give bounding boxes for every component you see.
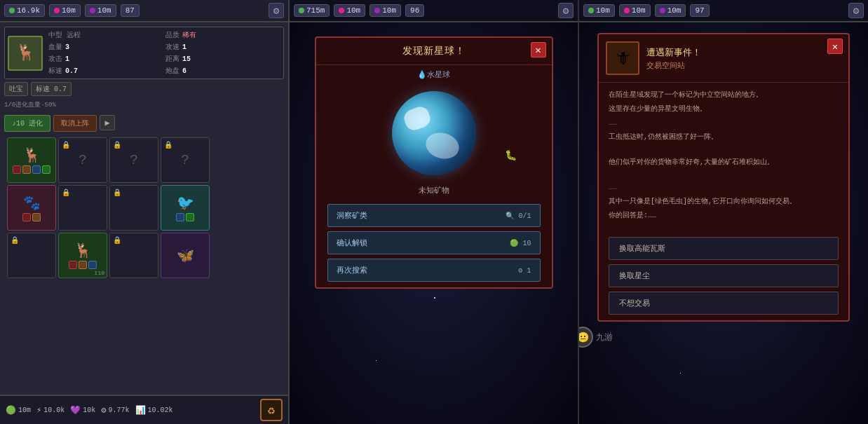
stat-atkspd: 攻速 1 (165, 42, 280, 52)
event-actions: 换取高能瓦斯 换取星尘 不想交易 (599, 231, 848, 320)
inv-slot-2-3[interactable]: 🔒 (109, 185, 158, 231)
right-top-bar: 10m 10m 10m 97 ⚙ (579, 0, 868, 22)
inventory-row-3: 🔒 🦌 I10 🔒 🦋 (7, 233, 281, 278)
inv-slot-2-1[interactable]: 🐾 (7, 185, 56, 231)
event-header: 🗡 遭遇新事件！ 交易空间站 (599, 34, 848, 83)
watermark-brand: 九游 (596, 331, 613, 343)
unit-detail: 🦌 中型 远程 品质 稀有 血量 3 攻速 1 (0, 22, 288, 395)
action-buttons: ♪10 进化 取消上阵 ▶ (4, 115, 284, 132)
content-area: 🦌 中型 远程 品质 稀有 血量 3 攻速 1 (0, 22, 288, 395)
inv-slot-1-3[interactable]: 🔒 ? (109, 137, 158, 183)
modal-close-button[interactable]: ✕ (531, 42, 546, 57)
mineral-label: 未知矿物 (316, 182, 552, 198)
watermark: 😐 九游 (579, 327, 861, 348)
left-panel: 16.9k 10m 10m 87 ⚙ 🦌 中型 远程 (0, 0, 290, 424)
right-stat-gold: 10m (583, 4, 615, 17)
mid-stat-energy: 10m (334, 4, 365, 17)
stat-drops: 炮盘 6 (165, 66, 280, 76)
evolve-button[interactable]: ♪10 进化 (4, 115, 50, 132)
modal-actions: 洞察矿类 🔍 0/1 确认解锁 🟢 10 再次搜索 ⚙ 1 (316, 198, 552, 287)
event-subtitle: 交易空间站 (646, 60, 701, 71)
arrow-button[interactable]: ▶ (100, 115, 115, 130)
inv-slot-2-2[interactable]: 🔒 (58, 185, 107, 231)
event-title: 遭遇新事件！ (646, 46, 701, 59)
stat-hp: 血量 3 (48, 42, 163, 52)
planet-creature: 🐛 (505, 149, 517, 161)
confirm-unlock-button[interactable]: 确认解锁 🟢 10 (327, 231, 541, 254)
event-modal: ✕ 🗡 遭遇新事件！ 交易空间站 在陌生星域发现了一个标记为中立空间站的地方。 … (597, 33, 850, 322)
trade-gas-button[interactable]: 换取高能瓦斯 (609, 237, 839, 260)
inventory-row-2: 🐾 🔒 🔒 🐦 (7, 185, 281, 231)
evolve-progress: 1/0进化血量·50% (4, 99, 284, 111)
event-icon: 🗡 (606, 41, 639, 75)
unit-stats-grid: 中型 远程 品质 稀有 血量 3 攻速 1 攻击 (48, 30, 280, 76)
recycle-button[interactable]: ♻ (260, 399, 283, 421)
inventory-row-1: 🦌 🔒 ? 🔒 ? (7, 137, 281, 183)
stat-move: 标速 0.7 (48, 66, 163, 76)
inv-slot-2-4[interactable]: 🐦 (161, 185, 210, 231)
inventory-area: 🦌 🔒 ? 🔒 ? (4, 135, 284, 281)
planet-visual (392, 91, 476, 175)
planet-container: 🐛 (316, 84, 552, 182)
inv-slot-3-4[interactable]: 🦋 (161, 233, 210, 278)
stat-range: 距离 15 (165, 54, 280, 64)
left-top-bar: 16.9k 10m 10m 87 ⚙ (0, 0, 288, 22)
unit-bottom: 吐宝 标速 0.7 (4, 82, 284, 96)
modal-title: 发现新星球！ (316, 38, 552, 65)
right-settings-button[interactable]: ⚙ (848, 3, 864, 18)
inv-slot-1-4[interactable]: 🔒 ? (161, 137, 210, 183)
bottom-stat-5: 📊10.02k (135, 405, 173, 416)
right-stat-gear: 97 (690, 4, 709, 17)
stat-gear: 87 (121, 4, 140, 17)
stat-gold: 16.9k (4, 4, 45, 17)
mid-settings-button[interactable]: ⚙ (558, 3, 574, 18)
stat-atk: 攻击 1 (48, 54, 163, 64)
explore-minerals-button[interactable]: 洞察矿类 🔍 0/1 (327, 204, 541, 227)
settings-button[interactable]: ⚙ (269, 3, 284, 18)
bottom-stat-1: 🟢10m (6, 405, 31, 416)
bottom-stat-2: ⚡10.0k (36, 405, 65, 416)
trade-stardust-button[interactable]: 换取星尘 (609, 264, 839, 287)
right-panel: 10m 10m 10m 97 ⚙ ✕ 🗡 遭遇新事件！ 交易空间站 在陌生星域发… (579, 0, 868, 424)
stat-type: 中型 远程 (48, 30, 163, 40)
event-body: 在陌生星域发现了一个标记为中立空间站的地方。 这里存在少量的异星文明生物。 ……… (599, 83, 848, 231)
bottom-bar: 🟢10m ⚡10.0k 💜10k ⚙9.77k 📊10.02k ♻ (0, 395, 288, 424)
middle-top-bar: 715m 10m 10m 96 ⚙ (290, 0, 578, 22)
middle-panel: 715m 10m 10m 96 ⚙ ✕ 发现新星球！ 💧水星球 🐛 未知矿物 洞… (290, 0, 579, 424)
no-trade-button[interactable]: 不想交易 (609, 292, 839, 315)
planet-discovery-modal: ✕ 发现新星球！ 💧水星球 🐛 未知矿物 洞察矿类 🔍 0/1 确认解锁 🟢 1… (315, 36, 553, 289)
inv-slot-3-2[interactable]: 🦌 I10 (58, 233, 107, 278)
modal-subtitle: 💧水星球 (316, 65, 552, 84)
stat-mana: 10m (85, 4, 116, 17)
event-title-group: 遭遇新事件！ 交易空间站 (646, 46, 701, 71)
unit-card-header: 🦌 中型 远程 品质 稀有 血量 3 攻速 1 (4, 27, 284, 79)
inv-slot-3-3[interactable]: 🔒 (109, 233, 158, 278)
unit-name-tag: 吐宝 (4, 82, 28, 96)
event-modal-close-button[interactable]: ✕ (827, 39, 843, 54)
bottom-stat-3: 💜10k (70, 405, 95, 416)
bottom-stat-4: ⚙9.77k (101, 405, 129, 416)
right-stat-energy: 10m (619, 4, 651, 17)
inv-slot-3-1[interactable]: 🔒 (7, 233, 56, 278)
mid-stat-mana: 10m (369, 4, 401, 17)
right-stat-mana: 10m (655, 4, 686, 17)
stat-quality: 品质 稀有 (165, 30, 280, 40)
unit-move-tag: 标速 0.7 (31, 82, 72, 96)
search-again-button[interactable]: 再次搜索 ⚙ 1 (327, 259, 541, 282)
cancel-button[interactable]: 取消上阵 (53, 115, 97, 132)
inv-slot-1-2[interactable]: 🔒 ? (58, 137, 107, 183)
inv-slot-1-1[interactable]: 🦌 (7, 137, 56, 183)
stat-energy: 10m (49, 4, 81, 17)
mid-stat-gold: 715m (294, 4, 330, 17)
watermark-face: 😐 (579, 327, 593, 348)
unit-avatar: 🦌 (8, 36, 43, 71)
mid-stat-gear: 96 (405, 4, 424, 17)
